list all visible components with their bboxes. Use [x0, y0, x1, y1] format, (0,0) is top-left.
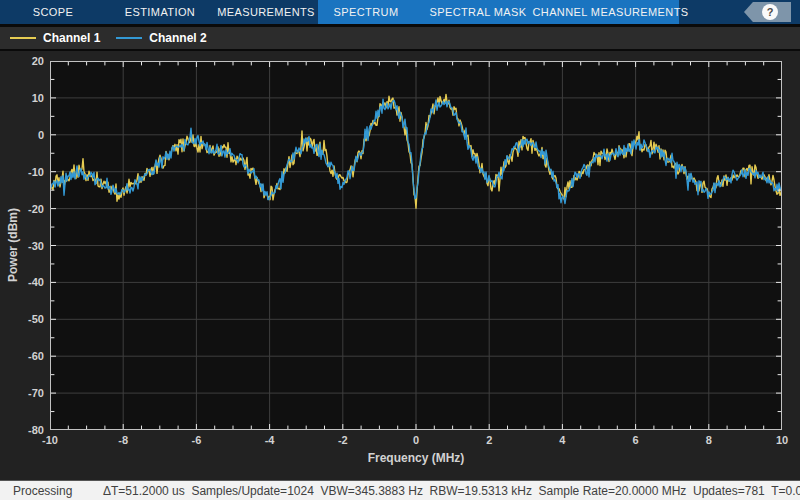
legend-label: Channel 1	[43, 31, 100, 45]
x-tick-label: 2	[467, 434, 511, 446]
y-tick-label: 20	[0, 55, 44, 67]
x-tick-label: 8	[687, 434, 731, 446]
legend-label: Channel 2	[149, 31, 206, 45]
x-tick-label: -10	[28, 434, 72, 446]
tab-spectral-mask[interactable]: SPECTRAL MASK	[414, 0, 542, 24]
status-metrics: ΔT=51.2000 us Samples/Update=1024 VBW=34…	[103, 484, 800, 498]
spectrum-plot[interactable]	[50, 61, 782, 430]
question-mark-icon: ?	[762, 4, 778, 20]
y-tick-label: -10	[0, 166, 44, 178]
tab-scope[interactable]: SCOPE	[0, 0, 106, 24]
y-tick-label: -70	[0, 387, 44, 399]
y-tick-label: 0	[0, 129, 44, 141]
tab-channel-measurements[interactable]: CHANNEL MEASUREMENTS	[542, 0, 679, 24]
toolbar-filler: ?	[679, 0, 800, 24]
plot-panel: Power (dBm) 20100-10-20-30-40-50-60-70-8…	[0, 51, 800, 480]
active-tab-group: SPECTRUM SPECTRAL MASK CHANNEL MEASUREME…	[318, 0, 679, 24]
tab-estimation[interactable]: ESTIMATION	[106, 0, 214, 24]
x-tick-label: -4	[248, 434, 292, 446]
x-tick-label: -2	[321, 434, 365, 446]
legend-bar: Channel 1 Channel 2	[0, 27, 800, 49]
x-tick-label: -6	[174, 434, 218, 446]
tab-spectrum[interactable]: SPECTRUM	[318, 0, 414, 24]
ribbon-tab-strip: SCOPE ESTIMATION MEASUREMENTS SPECTRUM S…	[0, 0, 800, 24]
help-button[interactable]: ?	[744, 2, 791, 22]
status-state: Processing	[13, 484, 72, 498]
x-tick-label: 4	[540, 434, 584, 446]
y-tick-label: -50	[0, 313, 44, 325]
x-tick-label: 10	[760, 434, 800, 446]
legend-item-channel2[interactable]: Channel 2	[116, 31, 206, 45]
x-axis-label: Frequency (MHz)	[368, 451, 465, 465]
y-tick-label: -30	[0, 240, 44, 252]
x-tick-label: -8	[101, 434, 145, 446]
y-tick-label: -20	[0, 203, 44, 215]
channel2-line-swatch	[116, 37, 142, 39]
spectrum-analyzer-window: SCOPE ESTIMATION MEASUREMENTS SPECTRUM S…	[0, 0, 800, 500]
legend-item-channel1[interactable]: Channel 1	[10, 31, 100, 45]
tab-measurements[interactable]: MEASUREMENTS	[214, 0, 318, 24]
x-tick-label: 0	[394, 434, 438, 446]
channel1-line-swatch	[10, 37, 36, 39]
y-tick-label: -60	[0, 350, 44, 362]
x-tick-label: 6	[614, 434, 658, 446]
status-bar: Processing ΔT=51.2000 us Samples/Update=…	[0, 480, 800, 500]
y-tick-label: -40	[0, 276, 44, 288]
y-tick-label: 10	[0, 92, 44, 104]
